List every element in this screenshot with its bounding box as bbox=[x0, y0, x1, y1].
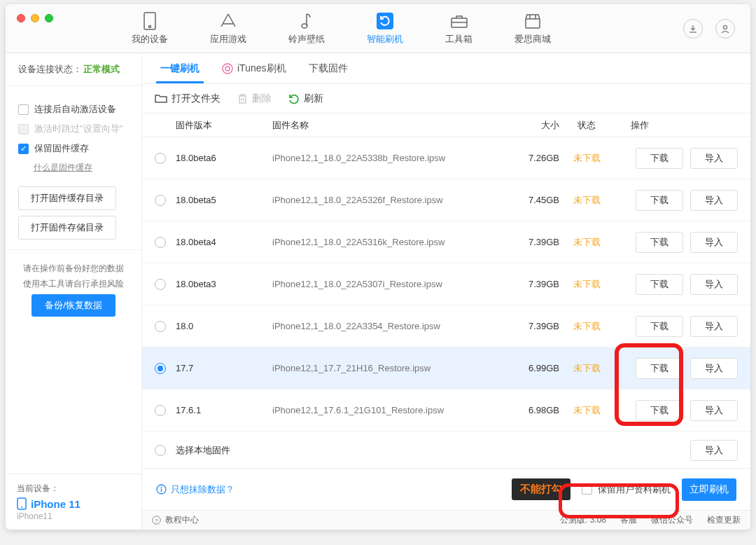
import-button[interactable]: 导入 bbox=[690, 316, 738, 337]
download-button[interactable]: 下载 bbox=[636, 400, 683, 421]
download-button[interactable]: 下载 bbox=[636, 316, 683, 337]
tab-oneclick-flash[interactable]: 一键刷机 bbox=[149, 53, 211, 83]
firmware-row[interactable]: 17.6.1iPhone12,1_17.6.1_21G101_Restore.i… bbox=[142, 389, 750, 432]
cell-filename: iPhone12,1_17.6.1_21G101_Restore.ipsw bbox=[272, 405, 503, 415]
nav-label: 铃声壁纸 bbox=[288, 33, 325, 46]
current-device-name[interactable]: iPhone 11 bbox=[17, 497, 130, 510]
cell-size: 7.39GB bbox=[503, 321, 559, 331]
svg-point-10 bbox=[225, 67, 230, 71]
traffic-lights[interactable] bbox=[17, 14, 53, 22]
checkbox-keep-cache[interactable]: ✓ 保留固件缓存 bbox=[18, 142, 129, 155]
open-store-dir-button[interactable]: 打开固件存储目录 bbox=[18, 216, 116, 240]
radio-icon[interactable] bbox=[155, 195, 166, 206]
firmware-row[interactable]: 18.0beta6iPhone12,1_18.0_22A5338b_Restor… bbox=[142, 137, 750, 179]
cell-size: 7.39GB bbox=[503, 237, 559, 247]
download-button[interactable]: 下载 bbox=[636, 148, 683, 169]
download-button[interactable]: 下载 bbox=[636, 232, 683, 253]
import-button[interactable]: 导入 bbox=[690, 358, 738, 379]
toolbar: 打开文件夹 删除 刷新 bbox=[142, 84, 750, 113]
import-button[interactable]: 导入 bbox=[690, 232, 738, 253]
radio-icon[interactable] bbox=[155, 237, 166, 248]
account-button[interactable] bbox=[715, 19, 735, 39]
radio-icon[interactable] bbox=[155, 279, 166, 290]
statusbar: ? 教程中心 公测版: 3.08 客服 微信公众号 检查更新 bbox=[142, 510, 750, 530]
cell-local-label: 选择本地固件 bbox=[176, 444, 230, 457]
refresh-icon bbox=[288, 93, 300, 104]
check-update-link[interactable]: 检查更新 bbox=[707, 514, 741, 526]
support-link[interactable]: 客服 bbox=[620, 514, 637, 526]
music-icon bbox=[298, 12, 316, 30]
firmware-row[interactable]: 18.0iPhone12,1_18.0_22A3354_Restore.ipsw… bbox=[142, 305, 750, 347]
cell-status: 未下载 bbox=[559, 152, 614, 165]
cell-size: 7.26GB bbox=[503, 153, 559, 163]
download-button[interactable]: 下载 bbox=[636, 190, 683, 211]
firmware-row[interactable]: 18.0beta4iPhone12,1_18.0_22A5316k_Restor… bbox=[142, 221, 750, 263]
nav-store[interactable]: 爱思商城 bbox=[514, 12, 551, 46]
cell-size: 7.45GB bbox=[503, 195, 559, 205]
nav-toolbox[interactable]: 工具箱 bbox=[445, 12, 472, 46]
cell-version: 18.0 bbox=[176, 321, 272, 331]
download-manager-button[interactable] bbox=[683, 19, 703, 39]
sidebar-warning: 请在操作前备份好您的数据 使用本工具请自行承担风险 备份/恢复数据 bbox=[6, 250, 141, 325]
info-icon bbox=[156, 484, 167, 495]
checkbox-keep-userdata[interactable]: 保留用户资料刷机 bbox=[582, 483, 671, 496]
table-header: 固件版本 固件名称 大小 状态 操作 bbox=[142, 113, 750, 137]
nav-apps-games[interactable]: 应用游戏 bbox=[210, 12, 246, 46]
cell-status: 未下载 bbox=[559, 278, 614, 291]
import-button[interactable]: 导入 bbox=[690, 148, 738, 169]
download-button[interactable]: 下载 bbox=[636, 274, 683, 295]
tab-download-firmware[interactable]: 下载固件 bbox=[298, 53, 359, 83]
col-name: 固件名称 bbox=[272, 119, 503, 132]
open-cache-dir-button[interactable]: 打开固件缓存目录 bbox=[18, 186, 116, 210]
current-device-model: iPhone11 bbox=[17, 511, 130, 521]
erase-data-link[interactable]: 只想抹除数据？ bbox=[156, 483, 234, 496]
cell-status: 未下载 bbox=[559, 236, 614, 249]
fullscreen-icon[interactable] bbox=[45, 14, 53, 22]
firmware-row-local[interactable]: 选择本地固件导入 bbox=[142, 432, 750, 468]
import-button[interactable]: 导入 bbox=[690, 274, 738, 295]
firmware-row[interactable]: 18.0beta5iPhone12,1_18.0_22A5326f_Restor… bbox=[142, 179, 750, 221]
bottom-bar: 只想抹除数据？ 不能打勾 保留用户资料刷机 立即刷机 bbox=[142, 468, 750, 510]
backup-restore-button[interactable]: 备份/恢复数据 bbox=[31, 294, 115, 317]
nav-label: 我的设备 bbox=[132, 33, 168, 46]
download-button[interactable]: 下载 bbox=[636, 358, 683, 379]
tutorial-center-link[interactable]: ? 教程中心 bbox=[152, 514, 199, 526]
delete-button: 删除 bbox=[237, 92, 272, 105]
import-button[interactable]: 导入 bbox=[690, 440, 738, 461]
open-folder-button[interactable]: 打开文件夹 bbox=[155, 92, 220, 105]
radio-icon[interactable] bbox=[155, 321, 166, 332]
minimize-icon[interactable] bbox=[31, 14, 39, 22]
flash-now-button[interactable]: 立即刷机 bbox=[682, 478, 736, 501]
radio-icon[interactable] bbox=[155, 405, 166, 416]
close-icon[interactable] bbox=[17, 14, 25, 22]
checkbox-skip-wizard: 激活时跳过"设置向导" bbox=[18, 123, 129, 135]
nav-my-device[interactable]: 我的设备 bbox=[132, 12, 168, 46]
whatis-cache-link[interactable]: 什么是固件缓存 bbox=[34, 163, 92, 172]
col-size: 大小 bbox=[503, 119, 559, 132]
cell-version: 18.0beta3 bbox=[176, 279, 272, 289]
tab-itunes-flash[interactable]: iTunes刷机 bbox=[211, 53, 298, 83]
radio-icon[interactable] bbox=[155, 363, 166, 374]
firmware-row[interactable]: 17.7iPhone12,1_17.7_21H16_Restore.ipsw6.… bbox=[142, 347, 750, 389]
toolbox-icon bbox=[450, 12, 468, 30]
radio-icon[interactable] bbox=[155, 153, 166, 164]
folder-icon bbox=[155, 93, 167, 104]
refresh-button[interactable]: 刷新 bbox=[288, 92, 323, 105]
radio-icon[interactable] bbox=[155, 445, 166, 456]
firmware-row[interactable]: 18.0beta3iPhone12,1_18.0_22A5307i_Restor… bbox=[142, 263, 750, 305]
import-button[interactable]: 导入 bbox=[690, 190, 738, 211]
cell-filename: iPhone12,1_18.0_22A5316k_Restore.ipsw bbox=[272, 237, 503, 247]
nav-smart-flash[interactable]: 智能刷机 bbox=[367, 12, 403, 46]
checkbox-auto-activate[interactable]: 连接后自动激活设备 bbox=[18, 103, 129, 116]
nav-label: 应用游戏 bbox=[210, 33, 246, 46]
itunes-icon bbox=[222, 63, 233, 74]
cell-size: 6.99GB bbox=[503, 363, 559, 373]
cell-size: 6.98GB bbox=[503, 405, 559, 415]
import-button[interactable]: 导入 bbox=[690, 400, 738, 421]
titlebar: 我的设备 应用游戏 铃声壁纸 智能刷机 工具箱 爱思商城 bbox=[6, 4, 750, 53]
cell-version: 18.0beta4 bbox=[176, 237, 272, 247]
wechat-link[interactable]: 微信公众号 bbox=[651, 514, 693, 526]
nav-ringtones[interactable]: 铃声壁纸 bbox=[288, 12, 325, 46]
checkbox-icon bbox=[18, 104, 29, 115]
refresh-icon bbox=[376, 12, 394, 30]
